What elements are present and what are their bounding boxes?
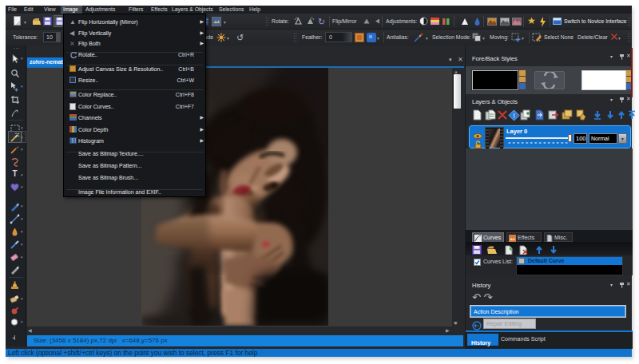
svg-text:!: ! (513, 112, 515, 120)
